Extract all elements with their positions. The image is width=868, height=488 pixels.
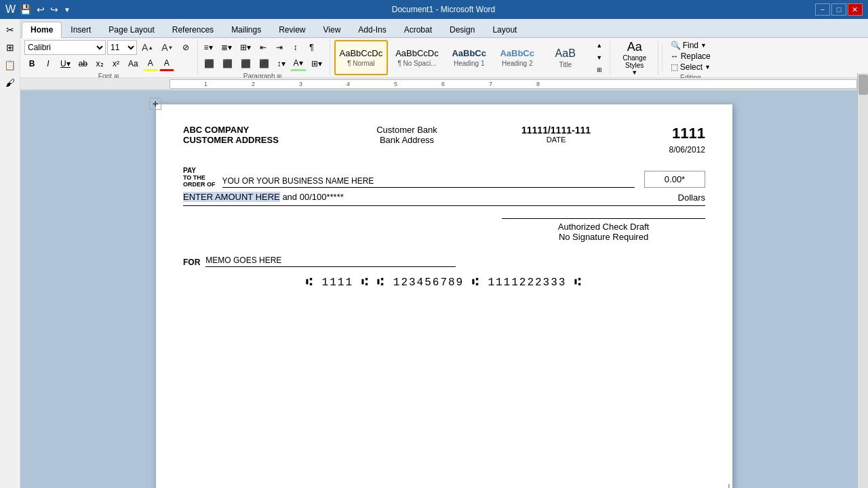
for-label: FOR (183, 258, 200, 267)
tab-insert[interactable]: Insert (62, 21, 100, 37)
maximize-button[interactable]: □ (831, 3, 846, 16)
italic-button[interactable]: I (41, 56, 56, 71)
clear-format-button[interactable]: ⊘ (178, 40, 193, 55)
amount-value: 0.00* (665, 174, 685, 184)
vertical-scrollbar[interactable] (857, 73, 868, 488)
memo-line[interactable]: MEMO GOES HERE (205, 256, 455, 267)
select-button[interactable]: ⬚ Select ▼ (669, 62, 713, 73)
tab-page-layout[interactable]: Page Layout (100, 21, 163, 37)
close-button[interactable]: ✕ (848, 3, 863, 16)
tab-home[interactable]: Home (22, 22, 62, 38)
replace-button[interactable]: ↔ Replace (669, 51, 713, 62)
find-button[interactable]: 🔍 Find ▼ (669, 40, 709, 51)
underline-button[interactable]: U▾ (57, 56, 74, 71)
sort-button[interactable]: ↕ (288, 40, 303, 55)
quick-redo[interactable]: ↪ (49, 4, 60, 15)
style-normal-button[interactable]: AaBbCcDc ¶ Normal (334, 40, 389, 75)
dollars-label: Dollars (678, 192, 705, 203)
tab-acrobat[interactable]: Acrobat (395, 21, 441, 37)
style-nospacing-preview: AaBbCcDc (395, 48, 439, 58)
micr-line: ⑆ 1111 ⑆ ⑆ 123456789 ⑆ 1111222333 ⑆ (183, 277, 705, 289)
bank-name: Customer Bank (332, 125, 481, 135)
styles-scroll-up[interactable]: ▲ (592, 40, 607, 51)
subscript-button[interactable]: x₂ (92, 56, 107, 71)
shading-button[interactable]: A▾ (290, 56, 307, 71)
highlight-button[interactable]: A (143, 56, 158, 71)
style-title-button[interactable]: AaB Title (542, 40, 589, 75)
move-handle[interactable]: ✛ (149, 98, 161, 110)
change-styles-button[interactable]: Aa Change Styles ▼ (614, 40, 655, 75)
memo-section: FOR MEMO GOES HERE (183, 256, 705, 267)
format-painter-tool[interactable]: 🖌 (2, 75, 18, 91)
styles-more[interactable]: ⊞ (592, 64, 607, 75)
style-normal-label: ¶ Normal (347, 60, 374, 67)
align-center-button[interactable]: ⬛ (219, 56, 236, 71)
payee-line[interactable]: YOU OR YOUR BUSINESS NAME HERE (222, 176, 635, 188)
tab-mailings[interactable]: Mailings (222, 21, 270, 37)
style-nospacing-button[interactable]: AaBbCcDc ¶ No Spaci... (390, 40, 444, 75)
date-label: DATE (481, 136, 631, 144)
quick-undo[interactable]: ↩ (35, 4, 46, 15)
font-family-select[interactable]: Calibri (24, 40, 106, 55)
change-case-button[interactable]: Aa (125, 56, 142, 71)
pay-label: PAY (183, 167, 216, 174)
tab-view[interactable]: View (315, 21, 350, 37)
tab-addins[interactable]: Add-Ins (349, 21, 395, 37)
authorized-text: Authorized Check Draft No Signature Requ… (502, 218, 705, 242)
copy-tool[interactable]: ⊞ (2, 39, 18, 56)
borders-button[interactable]: ⊞▾ (308, 56, 326, 71)
minimize-button[interactable]: − (815, 3, 830, 16)
shrink-font-button[interactable]: A▼ (158, 40, 176, 55)
editing-group: 🔍 Find ▼ ↔ Replace ⬚ Select ▼ Editing (666, 40, 715, 75)
multilevel-button[interactable]: ⊞▾ (237, 40, 254, 55)
show-marks-button[interactable]: ¶ (304, 40, 319, 55)
bold-button[interactable]: B (24, 56, 39, 71)
company-address: CUSTOMER ADDRESS (183, 135, 332, 145)
ruler-inner: 1 2 3 4 5 6 7 8 (170, 79, 857, 89)
ribbon-separator (662, 44, 663, 71)
amount-words-highlight: ENTER AMOUNT HERE (183, 192, 280, 202)
amount-box[interactable]: 0.00* (644, 171, 705, 188)
tab-design[interactable]: Design (441, 21, 484, 37)
cut-tool[interactable]: ✂ (2, 22, 18, 38)
title-bar-left: W 💾 ↩ ↪ ▼ (5, 3, 72, 16)
style-heading2-preview: AaBbCc (500, 48, 534, 58)
superscript-button[interactable]: x² (108, 56, 123, 71)
style-heading1-button[interactable]: AaBbCc Heading 1 (446, 40, 492, 75)
to-order-label: TO THEORDER OF (183, 174, 216, 188)
word-icon: W (5, 3, 16, 16)
resize-handle[interactable] (724, 484, 730, 488)
change-styles-arrow: ▼ (631, 69, 637, 76)
font-color-button[interactable]: A (159, 56, 174, 71)
style-heading1-preview: AaBbCc (452, 48, 486, 58)
tab-references[interactable]: References (163, 21, 222, 37)
style-heading2-button[interactable]: AaBbCc Heading 2 (494, 40, 540, 75)
check-number: 1111 (631, 125, 705, 142)
content-area: ✛ ABC COMPANY CUSTOMER ADDRESS Customer … (20, 91, 868, 488)
style-title-preview: AaB (555, 47, 576, 60)
numbering-button[interactable]: ≣▾ (218, 40, 235, 55)
paste-tool[interactable]: 📋 (2, 57, 18, 73)
styles-scroll-down[interactable]: ▼ (592, 52, 607, 63)
align-left-button[interactable]: ⬛ (201, 56, 218, 71)
increase-indent-button[interactable]: ⇥ (272, 40, 287, 55)
align-right-button[interactable]: ⬛ (237, 56, 254, 71)
font-size-select[interactable]: 11 (107, 40, 137, 55)
decrease-indent-button[interactable]: ⇤ (256, 40, 271, 55)
replace-label: Replace (681, 52, 711, 61)
toolbar: Calibri 11 A▲ A▼ ⊘ B I U▾ ab x₂ x² Aa A … (20, 38, 868, 78)
amount-words-rest: and 00/100***** (280, 192, 344, 202)
strikethrough-button[interactable]: ab (75, 56, 91, 71)
tab-review[interactable]: Review (270, 21, 314, 37)
justify-button[interactable]: ⬛ (256, 56, 273, 71)
grow-font-button[interactable]: A▲ (138, 40, 157, 55)
bullets-button[interactable]: ≡▾ (201, 40, 216, 55)
ribbon: Home Insert Page Layout References Maili… (20, 19, 868, 91)
amount-words-text[interactable]: ENTER AMOUNT HERE and 00/100***** (183, 192, 673, 203)
style-normal-preview: AaBbCcDc (340, 48, 383, 58)
scrollbar-thumb[interactable] (859, 75, 868, 95)
quick-save[interactable]: 💾 (18, 4, 33, 15)
tab-layout[interactable]: Layout (484, 21, 526, 37)
quick-access-arrow[interactable]: ▼ (62, 6, 72, 14)
line-spacing-button[interactable]: ↕▾ (274, 56, 289, 71)
